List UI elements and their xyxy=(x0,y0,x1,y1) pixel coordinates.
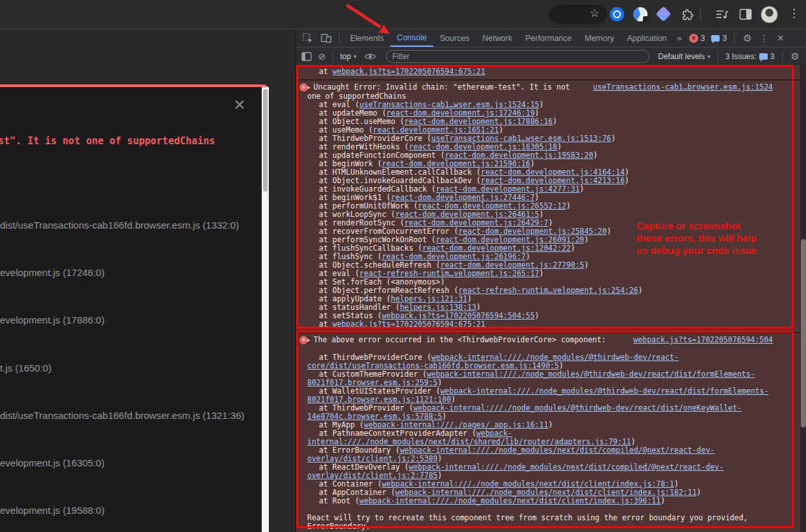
stack-link[interactable]: useTransactions-cab1…wser.esm.js:1524:15 xyxy=(359,100,539,109)
profile-avatar[interactable] xyxy=(761,6,778,23)
bookmark-star-icon[interactable]: ☆ xyxy=(590,6,599,20)
stack-link[interactable]: react-dom.development.js:4277:31 xyxy=(436,184,580,194)
devtools-panel: ElementsConsoleSourcesNetworkPerformance… xyxy=(296,29,806,532)
stack-frame-location: evelopment.js (17886:0) xyxy=(0,314,260,325)
stack-line: at Root (webpack-internal:///./node_modu… xyxy=(307,497,773,505)
devtools-settings-gear-icon[interactable]: ⚙ xyxy=(738,32,756,44)
page-background: × st". It is not one of supportedChains … xyxy=(0,29,296,532)
stack-link[interactable]: react-dom.development.js:17246:19 xyxy=(386,108,535,118)
purple-diamond-extension-icon[interactable] xyxy=(655,6,671,21)
stack-link[interactable]: react-refresh-runtim…velopment.js:265:17 xyxy=(359,269,539,278)
nextjs-error-overlay: × st". It is not one of supportedChains … xyxy=(0,84,270,532)
stack-link[interactable]: helpers.js:121:31 xyxy=(391,294,468,303)
stack-link[interactable]: react-dom.development.js:25845:20 xyxy=(459,227,607,236)
toolbar-separator xyxy=(734,33,735,44)
stack-link[interactable]: react-dom.development.js:27790:5 xyxy=(440,260,585,270)
stack-link[interactable]: helpers.js:138:13 xyxy=(400,303,477,312)
stack-link[interactable]: react-dom.development.js:16305:18 xyxy=(409,142,557,151)
stack-frame-location: evelopment.js (16305:0) xyxy=(0,457,260,468)
address-bar[interactable]: ☆ xyxy=(549,5,607,24)
clock-extension-icon[interactable] xyxy=(633,7,648,21)
stack-link[interactable]: webpack-internal:///./node_modules/next/… xyxy=(359,496,661,505)
browser-menu-kebab-icon[interactable]: ⋮ xyxy=(788,6,800,20)
stack-link[interactable]: react-dom.development.js:26461:5 xyxy=(396,210,540,219)
tab-performance[interactable]: Performance xyxy=(519,29,579,47)
source-link[interactable]: webpack.js?ts=1702205076594:504 xyxy=(633,336,773,344)
stack-link[interactable]: react-dom.development.js:26196:7 xyxy=(382,252,526,261)
stack-line: at PathnameContextProviderAdapter (webpa… xyxy=(307,429,773,446)
issues-counter[interactable]: 3 Issues: 3 xyxy=(725,52,775,61)
stack-link[interactable]: react-dom.development.js:27446:7 xyxy=(391,193,535,202)
stack-link[interactable]: webpack-internal:///./node_modules/next/… xyxy=(382,479,674,488)
stack-link[interactable]: webpack.js?ts=1702205076594:675:21 xyxy=(333,67,485,76)
source-link[interactable]: useTransactions-cab1…browser.esm.js:1524 xyxy=(593,83,773,92)
overlay-error-text: st". It is not one of supportedChains xyxy=(0,135,258,147)
side-panel-icon[interactable] xyxy=(739,8,752,20)
inspect-element-icon[interactable] xyxy=(302,32,314,44)
stack-link[interactable]: react-refresh-runtim…velopment.js:254:26 xyxy=(459,286,638,295)
overlay-scrollbar-thumb[interactable] xyxy=(263,89,268,192)
stack-link[interactable]: react-dom.development.js:12042:22 xyxy=(422,244,570,253)
overlay-close-icon[interactable]: × xyxy=(234,95,246,114)
devtools-menu-kebab-icon[interactable]: ⋮ xyxy=(757,33,772,44)
console-scrollbar-thumb[interactable] xyxy=(801,239,806,427)
console-settings-gear-icon[interactable]: ⚙ xyxy=(787,51,804,62)
clear-console-icon[interactable]: ⊘ xyxy=(316,51,329,62)
stack-link[interactable]: react-dom.development.js:17886:16 xyxy=(405,117,553,126)
expand-caret-icon[interactable]: ▶ xyxy=(307,336,310,344)
screenshot-root: ☆ ⋮ × st". It is not one of supportedCha… xyxy=(0,0,806,532)
device-toolbar-icon[interactable] xyxy=(320,32,333,44)
stack-link[interactable]: webpack-internal:///./node_modules/next/… xyxy=(307,446,714,463)
stack-link[interactable]: webpack-internal:///./pages/_app.js:16:1… xyxy=(364,420,548,429)
error-message-text: The above error occurred in the <Thirdwe… xyxy=(314,335,606,344)
stack-link[interactable]: webpack-internal:///./node_modules/@thir… xyxy=(307,370,755,387)
blue-ring-extension-icon[interactable] xyxy=(610,7,624,21)
devtools-close-icon[interactable]: × xyxy=(772,32,789,45)
console-filter-input[interactable] xyxy=(386,50,649,63)
stack-link[interactable]: react-dom.development.js:26429:7 xyxy=(405,218,549,227)
stack-link[interactable]: webpack-internal:///./node_modules/@thir… xyxy=(307,386,768,404)
tab-elements[interactable]: Elements xyxy=(344,29,390,47)
stack-link[interactable]: webpack-internal:///./node_modules/@thir… xyxy=(307,403,742,421)
stack-line: at ThirdwebProvider (webpack-internal://… xyxy=(307,404,773,421)
toolbar-separator xyxy=(339,33,340,44)
expand-caret-icon[interactable]: ▶ xyxy=(307,83,310,92)
stack-link[interactable]: webpack-internal:///./node_modules/@thir… xyxy=(307,353,679,370)
stack-link[interactable]: webpack-internal:///./node_modules/next/… xyxy=(307,462,724,480)
stack-link[interactable]: useTransactions-cab1…wser.esm.js:1513:76 xyxy=(431,134,611,143)
console-error-count[interactable]: × 3 xyxy=(689,34,705,43)
stack-link[interactable]: react-dom.development.js:26552:12 xyxy=(418,201,566,210)
stack-link[interactable]: react-dom.development.js:4164:14 xyxy=(481,168,625,177)
tab-application[interactable]: Application xyxy=(620,29,673,47)
stack-link[interactable]: react-dom.development.js:4213:16 xyxy=(481,176,625,185)
more-tabs-icon[interactable]: » xyxy=(674,33,686,43)
stack-line: at CustomThemeProvider (webpack-internal… xyxy=(307,370,773,387)
stack-link[interactable]: webpack-internal:///./node_modules/next/… xyxy=(396,488,697,497)
stack-link[interactable]: webpack.js?ts=1702205076594:504:55 xyxy=(382,311,535,320)
stack-link[interactable]: react-dom.development.js:26091:20 xyxy=(436,235,584,244)
console-sidebar-toggle-icon[interactable] xyxy=(301,52,312,61)
devtools-tabs: ElementsConsoleSourcesNetworkPerformance… xyxy=(344,29,674,47)
tab-sources[interactable]: Sources xyxy=(433,29,476,47)
execution-context-selector[interactable]: top▾ xyxy=(337,52,360,61)
log-levels-dropdown[interactable]: Default levels▾ xyxy=(655,52,714,61)
media-controls-icon[interactable] xyxy=(715,8,729,20)
overlay-scrollbar[interactable] xyxy=(262,87,269,532)
stack-line: at webpack.js?ts=1702205076594:675:21 xyxy=(307,320,773,329)
stack-line: at webpack.js?ts=1702205076594:675:21 xyxy=(307,68,773,76)
stack-link[interactable]: webpack.js?ts=1702205076594:675:21 xyxy=(333,320,485,329)
tab-console[interactable]: Console xyxy=(390,29,433,47)
stack-link[interactable]: react-dom.development.js:21596:16 xyxy=(382,159,530,168)
stack-link[interactable]: webpack-internal:///./node_modules/next/… xyxy=(307,429,631,446)
tab-network[interactable]: Network xyxy=(476,29,519,47)
console-scrollbar[interactable] xyxy=(800,65,806,532)
stack-line: at ThirdwebProviderCore (webpack-interna… xyxy=(307,353,773,370)
error-message-text: Uncaught Error: Invalid chain: "ethereum… xyxy=(307,82,570,101)
live-expression-eye-icon[interactable] xyxy=(364,53,376,60)
extensions-puzzle-icon[interactable] xyxy=(681,8,694,21)
error-circle-icon: × xyxy=(689,34,698,43)
stack-link[interactable]: react-dom.development.js:19583:20 xyxy=(445,151,593,160)
tab-memory[interactable]: Memory xyxy=(578,29,620,47)
stack-link[interactable]: react.development.js:1651:21 xyxy=(373,125,499,134)
console-message-count[interactable]: 3 xyxy=(711,34,727,43)
